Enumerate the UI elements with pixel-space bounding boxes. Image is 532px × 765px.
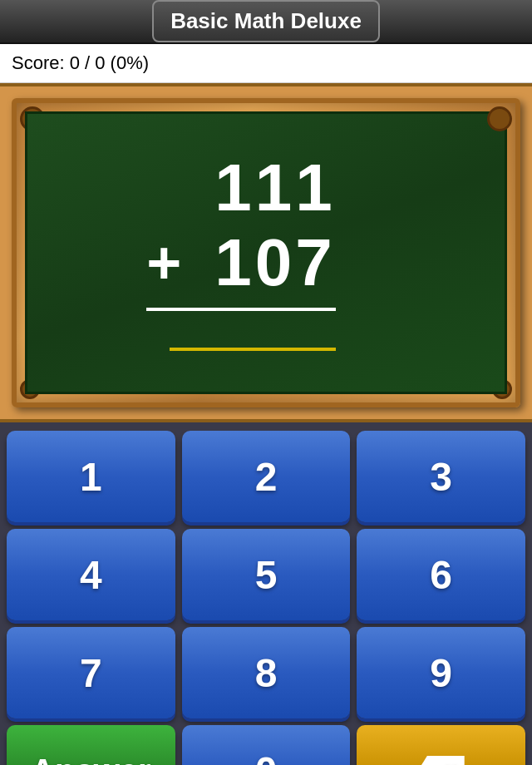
score-text: Score: 0 / 0 (0%)	[12, 52, 149, 73]
key-5-button[interactable]: 5	[182, 529, 351, 620]
x-mark-icon: ✕	[444, 761, 458, 765]
number-1: 111	[214, 155, 335, 221]
numpad-row-3: 7 8 9	[7, 627, 525, 718]
numpad-row-4: Answer 0 ✕	[7, 725, 525, 765]
score-bar: Score: 0 / 0 (0%)	[0, 44, 532, 83]
app-title: Basic Math Deluxe	[152, 0, 380, 42]
key-6-button[interactable]: 6	[357, 529, 525, 620]
backspace-button[interactable]: ✕	[357, 725, 525, 765]
key-9-button[interactable]: 9	[357, 627, 525, 718]
operator-row: + 107	[146, 230, 336, 296]
numpad-row-1: 1 2 3	[7, 431, 525, 522]
backspace-icon: ✕	[416, 754, 466, 765]
chalkboard: 111 + 107	[25, 111, 507, 394]
key-1-button[interactable]: 1	[7, 431, 175, 522]
answer-cursor-line	[170, 348, 336, 351]
key-7-button[interactable]: 7	[7, 627, 175, 718]
numpad: 1 2 3 4 5 6 7 8 9 Answer 0 ✕	[0, 422, 532, 765]
math-problem: 111 + 107	[146, 155, 336, 351]
chalkboard-frame: 111 + 107	[12, 98, 520, 407]
numpad-row-2: 4 5 6	[7, 529, 525, 620]
key-2-button[interactable]: 2	[182, 431, 351, 522]
divider-line	[146, 308, 336, 311]
key-3-button[interactable]: 3	[357, 431, 525, 522]
key-8-button[interactable]: 8	[182, 627, 351, 718]
app-header: Basic Math Deluxe	[0, 0, 532, 44]
key-0-button[interactable]: 0	[182, 725, 351, 765]
answer-button[interactable]: Answer	[7, 725, 175, 765]
backspace-shape: ✕	[418, 756, 465, 765]
operator-symbol: +	[146, 233, 181, 293]
key-4-button[interactable]: 4	[7, 529, 175, 620]
chalkboard-container: 111 + 107	[0, 83, 532, 422]
number-2: 107	[214, 230, 335, 296]
